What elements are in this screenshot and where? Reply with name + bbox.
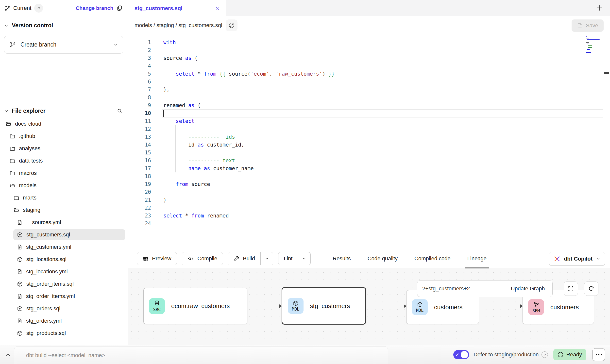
status-ring-icon [558,352,563,357]
change-branch-link[interactable]: Change branch [76,5,113,11]
file-tree-item-macros[interactable]: macros [0,167,127,179]
file-explorer-section: File explorer docs-cloud.githubanalysesd… [0,105,127,339]
current-branch-label: Current [13,5,31,11]
code-line-19: 19 from source [128,180,603,188]
code-line-24: 24 [128,220,603,228]
build-dropdown[interactable] [260,252,273,265]
create-branch-button[interactable]: Create branch [4,36,123,53]
refresh-button[interactable] [584,281,598,296]
build-button[interactable]: Build [228,252,273,265]
file-tree-item-analyses[interactable]: analyses [0,142,127,155]
panel-tabs: ResultsCode qualityCompiled codeLineage [332,249,487,268]
line-number: 3 [128,54,151,62]
tab-stg-customers-sql[interactable]: stg_customers.sql [128,0,226,17]
breadcrumb: models / staging / stg_customers.sql [135,22,222,29]
line-number: 19 [128,180,151,188]
defer-toggle[interactable] [453,350,469,359]
lineage-node-stg-customers-mdl[interactable]: MDLstg_customers [282,287,366,325]
create-branch-dropdown[interactable] [108,36,123,53]
close-icon[interactable] [215,6,220,11]
update-graph-button[interactable]: Update Graph [503,281,552,297]
compile-button[interactable]: Compile [182,252,223,265]
panel-tab-results[interactable]: Results [332,249,351,268]
lineage-canvas: SRCecom.raw_customersMDLstg_customersMDL… [128,269,610,345]
badge-label: SEM [532,308,540,313]
folder-open-icon [5,121,12,127]
version-control-title: Version control [12,22,53,29]
file-tree-item-stg-customers-sql[interactable]: stg_customers.sql [0,229,127,241]
chevron-up-icon[interactable] [5,352,11,358]
table-icon [143,256,149,262]
code-line-14: 14 id as customer_id, [128,141,603,149]
folder-icon [9,133,16,139]
branch-bar: Current Change branch [0,0,127,16]
line-number: 15 [128,149,151,157]
ready-label: Ready [566,351,582,358]
line-number: 18 [128,172,151,180]
file-label: __sources.yml [26,219,61,226]
scrollbar-thumb[interactable] [604,72,609,74]
command-input[interactable]: dbt build --select <model_name> [14,346,388,364]
save-label: Save [586,22,598,29]
text-cursor [163,110,164,117]
breadcrumb-row: models / staging / stg_customers.sql Sav… [128,16,610,34]
code-line-22: 22 [128,204,603,212]
file-tree: docs-cloud.githubanalysesdata-testsmacro… [0,117,127,339]
file-label: stg_order_items.yml [26,293,75,299]
file-label: analyses [19,145,40,152]
file-tree-item-stg-products-sql[interactable]: stg_products.sql [0,327,127,339]
line-number: 21 [128,196,151,204]
editor-scrollbar[interactable] [603,34,610,249]
fullscreen-button[interactable] [564,281,578,296]
compass-icon [228,22,235,29]
file-tree-item-stg-order-items-yml[interactable]: stg_order_items.yml [0,290,127,302]
file-label: marts [23,195,36,201]
code-line-4: 4 [128,62,603,70]
help-icon[interactable]: ? [542,351,548,358]
code-line-23: 23select * from renamed [128,212,603,220]
file-tree-item-stg-locations-sql[interactable]: stg_locations.sql [0,253,127,265]
preview-button[interactable]: Preview [137,252,177,265]
file-tree-item-docs-cloud[interactable]: docs-cloud [0,118,127,130]
line-number: 2 [128,46,151,54]
file-tree-item-marts[interactable]: marts [0,192,127,204]
file-tree-item--sources-yml[interactable]: __sources.yml [0,216,127,229]
save-icon [577,23,583,29]
file-label: stg_products.sql [26,330,66,336]
doc-icon [17,318,23,324]
dbt-copilot-button[interactable]: dbt Copilot [549,252,605,266]
file-tree-item-models[interactable]: models [0,179,127,192]
file-tree-item-stg-customers-yml[interactable]: stg_customers.yml [0,241,127,253]
lint-dropdown[interactable] [298,252,310,265]
code-line-18: 18 [128,172,603,180]
file-label: stg_locations.sql [26,256,67,263]
file-tree-item-stg-order-items-sql[interactable]: stg_order_items.sql [0,278,127,290]
panel-tab-code-quality[interactable]: Code quality [367,249,398,268]
more-options-button[interactable] [592,348,605,361]
file-tree-item-stg-orders-sql[interactable]: stg_orders.sql [0,302,127,315]
search-icon[interactable] [117,108,123,114]
ready-status-badge: Ready [553,349,586,360]
chevron-down-icon[interactable] [4,23,9,28]
lineage-selector-input[interactable]: 2+stg_customers+2 [417,281,503,297]
file-tree-item-data-tests[interactable]: data-tests [0,155,127,167]
file-tree-item-stg-locations-yml[interactable]: stg_locations.yml [0,265,127,278]
line-number: 16 [128,157,151,165]
code-editor[interactable]: 1with23source as (45 select * from {{ so… [128,34,610,249]
code-icon [187,255,194,262]
cube-icon [17,306,23,312]
chevron-down-icon[interactable] [4,109,9,114]
lint-button[interactable]: Lint [278,252,311,265]
save-button[interactable]: Save [572,19,604,32]
node-label: ecom.raw_customers [171,302,230,310]
copy-icon[interactable] [116,5,123,11]
file-tree-item-stg-orders-yml[interactable]: stg_orders.yml [0,315,127,327]
lineage-node-ecom-raw-customers-src[interactable]: SRCecom.raw_customers [143,288,247,324]
new-tab-plus-icon[interactable] [596,4,604,12]
file-tree-item-staging[interactable]: staging [0,204,127,216]
copilot-compass-button[interactable] [226,19,237,31]
panel-tab-compiled-code[interactable]: Compiled code [414,249,451,268]
panel-tab-lineage[interactable]: Lineage [467,249,487,268]
file-tree-item--github[interactable]: .github [0,130,127,142]
line-number: 8 [128,94,151,101]
